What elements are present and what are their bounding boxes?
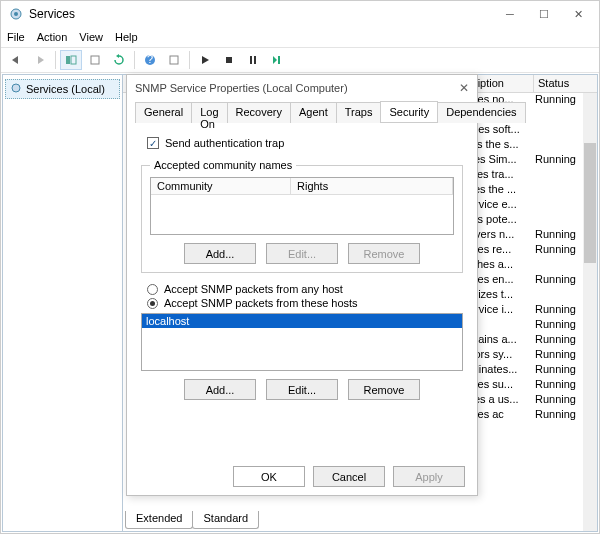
cell-description: [469, 318, 535, 333]
cell-description: ws the s...: [469, 138, 535, 153]
properties-icon[interactable]: [163, 50, 185, 70]
col-description[interactable]: ription: [469, 75, 533, 93]
back-button[interactable]: [5, 50, 27, 70]
table-row[interactable]: iches a...: [469, 258, 595, 273]
cancel-button[interactable]: Cancel: [313, 466, 385, 487]
table-row[interactable]: ws the s...: [469, 138, 595, 153]
table-row[interactable]: ates soft...: [469, 123, 595, 138]
svg-rect-9: [250, 56, 252, 64]
checkbox-icon: ✓: [147, 137, 159, 149]
tree-item-services-local[interactable]: Services (Local): [5, 79, 120, 99]
cell-description: ides en...: [469, 273, 535, 288]
tab-traps[interactable]: Traps: [336, 102, 382, 123]
dialog-title: SNMP Service Properties (Local Computer): [135, 82, 348, 94]
maximize-button[interactable]: ☐: [527, 3, 561, 25]
restart-service-icon[interactable]: [266, 50, 288, 70]
stop-service-icon[interactable]: [218, 50, 240, 70]
tab-general[interactable]: General: [135, 102, 192, 123]
table-row[interactable]: ies pote...: [469, 213, 595, 228]
table-row[interactable]: iles the ...: [469, 183, 595, 198]
cell-description: ervice i...: [469, 303, 535, 318]
cell-description: rdinates...: [469, 363, 535, 378]
cell-description: iches a...: [469, 258, 535, 273]
svg-rect-7: [170, 56, 178, 64]
table-row[interactable]: ervice i...Running: [469, 303, 595, 318]
table-row[interactable]: overs n...Running: [469, 228, 595, 243]
table-row[interactable]: iles a us...Running: [469, 393, 595, 408]
snmp-properties-dialog: SNMP Service Properties (Local Computer)…: [126, 74, 478, 496]
col-status[interactable]: Status: [533, 75, 593, 93]
table-row[interactable]: ides en...Running: [469, 273, 595, 288]
services-icon: [9, 7, 23, 21]
table-row[interactable]: rdinates...Running: [469, 363, 595, 378]
forward-button[interactable]: [29, 50, 51, 70]
help-icon[interactable]: ?: [139, 50, 161, 70]
table-row[interactable]: iles Sim...Running: [469, 153, 595, 168]
cell-description: iles the ...: [469, 183, 535, 198]
tab-log-on[interactable]: Log On: [191, 102, 227, 123]
show-hide-tree-button[interactable]: [60, 50, 82, 70]
table-row[interactable]: mizes t...: [469, 288, 595, 303]
table-row[interactable]: ides su...Running: [469, 378, 595, 393]
tab-agent[interactable]: Agent: [290, 102, 337, 123]
host-remove-button[interactable]: Remove: [348, 379, 420, 400]
tab-extended[interactable]: Extended: [125, 511, 193, 529]
host-item-selected[interactable]: localhost: [142, 314, 462, 328]
dialog-close-icon[interactable]: ✕: [459, 81, 469, 95]
services-icon: [10, 82, 22, 96]
minimize-button[interactable]: ─: [493, 3, 527, 25]
host-add-button[interactable]: Add...: [184, 379, 256, 400]
svg-point-1: [14, 12, 18, 16]
table-row[interactable]: ives tra...: [469, 168, 595, 183]
table-row[interactable]: ervice e...: [469, 198, 595, 213]
host-edit-button[interactable]: Edit...: [266, 379, 338, 400]
community-legend: Accepted community names: [150, 159, 296, 171]
scrollbar[interactable]: [583, 93, 597, 531]
table-row[interactable]: ntains a...Running: [469, 333, 595, 348]
export-icon[interactable]: [84, 50, 106, 70]
community-remove-button: Remove: [348, 243, 420, 264]
titlebar: Services ─ ☐ ✕: [1, 1, 599, 27]
refresh-icon[interactable]: [108, 50, 130, 70]
table-row[interactable]: Running: [469, 318, 595, 333]
tab-security[interactable]: Security: [380, 101, 438, 122]
radio-any-host[interactable]: Accept SNMP packets from any host: [147, 283, 463, 295]
community-listbox[interactable]: Community Rights: [150, 177, 454, 235]
radio-these-hosts[interactable]: Accept SNMP packets from these hosts: [147, 297, 463, 309]
col-community[interactable]: Community: [151, 178, 291, 194]
table-row[interactable]: ides acRunning: [469, 408, 595, 423]
cell-description: iles a us...: [469, 393, 535, 408]
dialog-tabs: GeneralLog OnRecoveryAgentTrapsSecurityD…: [135, 101, 469, 123]
menu-help[interactable]: Help: [115, 31, 138, 43]
menu-view[interactable]: View: [79, 31, 103, 43]
svg-rect-4: [91, 56, 99, 64]
svg-rect-2: [66, 56, 70, 64]
cell-description: overs n...: [469, 228, 535, 243]
col-rights[interactable]: Rights: [291, 178, 453, 194]
tab-dependencies[interactable]: Dependencies: [437, 102, 525, 123]
svg-point-12: [12, 84, 20, 92]
hosts-listbox[interactable]: localhost: [141, 313, 463, 371]
start-service-icon[interactable]: [194, 50, 216, 70]
tree-item-label: Services (Local): [26, 83, 105, 95]
cell-description: ides re...: [469, 243, 535, 258]
cell-description: ntains a...: [469, 333, 535, 348]
send-auth-trap-checkbox[interactable]: ✓ Send authentication trap: [147, 137, 463, 149]
cell-description: ies pote...: [469, 213, 535, 228]
community-add-button[interactable]: Add...: [184, 243, 256, 264]
table-row[interactable]: itors sy...Running: [469, 348, 595, 363]
pause-service-icon[interactable]: [242, 50, 264, 70]
svg-rect-8: [226, 57, 232, 63]
tab-standard[interactable]: Standard: [192, 511, 259, 529]
table-row[interactable]: ides re...Running: [469, 243, 595, 258]
window-title: Services: [29, 7, 493, 21]
menu-file[interactable]: File: [7, 31, 25, 43]
close-button[interactable]: ✕: [561, 3, 595, 25]
menu-action[interactable]: Action: [37, 31, 68, 43]
tab-recovery[interactable]: Recovery: [227, 102, 291, 123]
community-edit-button: Edit...: [266, 243, 338, 264]
radio-icon: [147, 284, 158, 295]
cell-description: ides su...: [469, 378, 535, 393]
radio-label: Accept SNMP packets from any host: [164, 283, 343, 295]
ok-button[interactable]: OK: [233, 466, 305, 487]
